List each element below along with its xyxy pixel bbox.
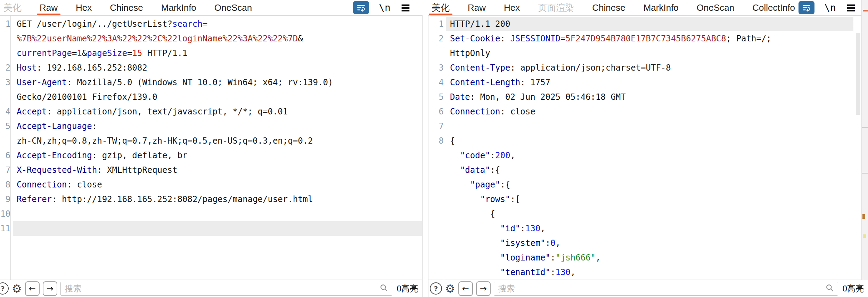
tab-label: Hex [76, 2, 92, 13]
search-input[interactable] [498, 283, 825, 294]
response-editor-icons: \n ≡ [799, 0, 868, 15]
soft-wrap-icon[interactable] [353, 1, 369, 14]
help-icon[interactable]: ? [0, 282, 9, 295]
tab-Raw[interactable]: Raw [40, 0, 58, 15]
tab-OneScan[interactable]: OneScan [214, 0, 252, 15]
code-line: 6Accept-Encoding: gzip, deflate, br [0, 148, 422, 163]
line-text: currentPage=1&pageSize=15 HTTP/1.1 [13, 46, 422, 61]
line-text: Accept-Language: [13, 119, 422, 134]
help-icon[interactable]: ? [430, 282, 442, 295]
line-text: Referer: http://192.168.165.252:8082/pag… [13, 192, 422, 207]
line-number: 1 [0, 17, 13, 31]
code-line: 9Referer: http://192.168.165.252:8082/pa… [0, 192, 422, 207]
code-line: "code":200, [428, 148, 853, 163]
tab-MarkInfo[interactable]: MarkInfo [161, 0, 196, 15]
menu-icon[interactable]: ≡ [400, 1, 411, 14]
line-text: %7B%22userName%22%3A%22%22%2C%22loginNam… [13, 31, 422, 46]
line-number [428, 163, 446, 177]
search-box [60, 282, 392, 296]
line-number: 6 [0, 148, 13, 163]
line-number [428, 192, 446, 207]
scroll-marker [862, 214, 865, 219]
line-number [0, 46, 13, 61]
code-line: 5Date: Mon, 02 Jun 2025 05:46:18 GMT [428, 90, 853, 104]
scrollbar-thumb[interactable] [856, 33, 860, 115]
prev-match-button[interactable]: ← [25, 281, 40, 296]
request-editor-icons: \n ≡ [353, 0, 423, 15]
code-line: 8{ [428, 134, 853, 148]
tab-OneScan[interactable]: OneScan [697, 0, 734, 15]
newline-toggle[interactable]: \n [379, 2, 391, 14]
line-text: HTTP/1.1 200 [446, 17, 853, 31]
line-number: 3 [428, 61, 446, 75]
line-text: { [446, 207, 853, 221]
response-editor[interactable]: 1HTTP/1.1 2002Set-Cookie: JSESSIONID=5F2… [428, 16, 868, 280]
next-match-button[interactable]: → [476, 281, 491, 296]
line-number: 5 [0, 119, 13, 134]
tab-Chinese[interactable]: Chinese [110, 0, 143, 15]
line-number: 6 [428, 104, 446, 119]
scroll-marker [862, 173, 868, 174]
line-number: 1 [428, 17, 446, 31]
line-number: 8 [428, 134, 446, 148]
newline-toggle[interactable]: \n [824, 2, 836, 14]
menu-icon[interactable]: ≡ [846, 1, 856, 14]
scroll-overview-ruler [861, 0, 868, 280]
request-tabs: 美化RawHexChineseMarkInfoOneScan [3, 0, 252, 15]
tab-label: Chinese [110, 2, 143, 13]
settings-gear-icon[interactable]: ⚙ [12, 283, 22, 294]
tab-label: MarkInfo [161, 2, 196, 13]
line-number: 9 [0, 192, 13, 207]
active-tab-underline [37, 14, 60, 15]
tab-Chinese[interactable]: Chinese [592, 0, 625, 15]
line-text: "id":130, [446, 221, 853, 236]
tab-CollectInfo[interactable]: CollectInfo [752, 0, 795, 15]
code-line: 2Host: 192.168.165.252:8082 [0, 61, 422, 75]
code-line: "loginame":"jsh666", [428, 250, 853, 265]
tab-MarkInfo[interactable]: MarkInfo [644, 0, 679, 15]
response-statusbar: ? ⚙ ← → 0高亮 [428, 280, 868, 297]
highlight-count: 0高亮 [395, 283, 418, 294]
line-text: Gecko/20100101 Firefox/139.0 [13, 90, 422, 104]
line-text: HttpOnly [446, 46, 853, 61]
line-number: 7 [0, 163, 13, 177]
line-text: { [446, 134, 853, 148]
line-number [428, 236, 446, 250]
line-number: 4 [428, 75, 446, 90]
tab-label: 页面渲染 [538, 2, 574, 14]
line-number [428, 207, 446, 221]
code-line: currentPage=1&pageSize=15 HTTP/1.1 [0, 46, 422, 61]
request-editor[interactable]: 1GET /user/login/../getUserList?search=%… [0, 16, 422, 280]
tab-Hex[interactable]: Hex [504, 0, 520, 15]
request-panel: 美化RawHexChineseMarkInfoOneScan \n ≡ 1GET… [0, 0, 423, 297]
soft-wrap-icon[interactable] [799, 1, 814, 14]
tab-Raw[interactable]: Raw [468, 0, 486, 15]
tab-美化[interactable]: 美化 [3, 0, 22, 15]
next-match-button[interactable]: → [43, 281, 57, 296]
line-number: 2 [428, 31, 446, 46]
line-text: Content-Type: application/json;charset=U… [446, 61, 853, 75]
response-body: 1HTTP/1.1 2002Set-Cookie: JSESSIONID=5F2… [428, 16, 868, 297]
tab-Hex[interactable]: Hex [76, 0, 92, 15]
request-tabbar: 美化RawHexChineseMarkInfoOneScan \n ≡ [0, 0, 423, 16]
code-line: 4Content-Length: 1757 [428, 75, 853, 90]
search-input[interactable] [64, 283, 379, 294]
tab-页面渲染[interactable]: 页面渲染 [538, 0, 574, 15]
line-number: 4 [0, 104, 13, 119]
tab-美化[interactable]: 美化 [432, 0, 450, 15]
tab-label: Hex [504, 2, 520, 13]
prev-match-button[interactable]: ← [458, 281, 473, 296]
search-box [494, 282, 838, 296]
search-icon [379, 283, 388, 294]
line-number: 8 [0, 177, 13, 192]
code-line: { [428, 207, 853, 221]
settings-gear-icon[interactable]: ⚙ [445, 283, 455, 294]
response-tabs: 美化RawHex页面渲染ChineseMarkInfoOneScanCollec… [432, 0, 795, 15]
code-line: 6Connection: close [428, 104, 853, 119]
line-number [0, 134, 13, 148]
line-text: Accept: application/json, text/javascrip… [13, 104, 422, 119]
code-line: %7B%22userName%22%3A%22%22%2C%22loginNam… [0, 31, 422, 46]
code-line: "id":130, [428, 221, 853, 236]
line-text [13, 207, 422, 221]
code-line: "tenantId":130, [428, 265, 853, 280]
